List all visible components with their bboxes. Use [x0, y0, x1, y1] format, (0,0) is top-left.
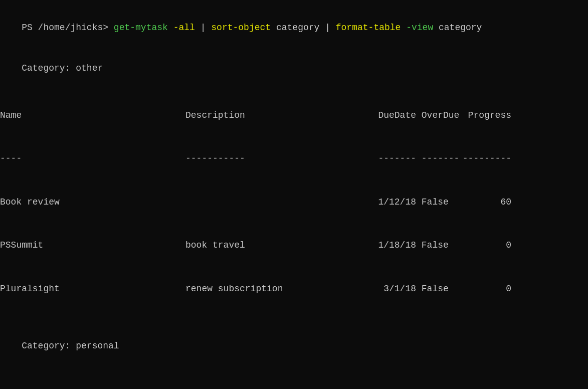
cmd-part1: get-mytask — [114, 23, 168, 33]
col-progress-sep: --------- — [461, 151, 511, 166]
cmd-arg3: category — [433, 23, 482, 33]
section-other: Category: other NameDescriptionDueDate O… — [0, 56, 588, 325]
col-duedate-sep: ------- — [371, 151, 416, 166]
row-name: Book review — [0, 195, 185, 210]
col-desc-label: Description — [185, 108, 371, 123]
prompt-text: PS /home/jhicks> — [22, 23, 114, 33]
terminal-window: PS /home/jhicks> get-mytask -all | sort-… — [0, 5, 588, 389]
table-other: NameDescriptionDueDate OverDueProgress -… — [0, 79, 588, 325]
table-header-other: NameDescriptionDueDate OverDueProgress — [0, 108, 588, 123]
row-duedate: 1/18/18 — [371, 238, 416, 253]
table-row: Pluralsightrenew subscription3/1/18 Fals… — [0, 282, 588, 296]
col-overdue-label: OverDue — [416, 108, 461, 123]
category-header-other: Category: other — [0, 61, 588, 76]
cmd-part2: sort-object — [211, 23, 271, 33]
col-name-label: Name — [0, 386, 185, 389]
col-desc-label: Description — [185, 386, 371, 389]
col-name-sep: ---- — [0, 151, 185, 166]
cmd-part3: format-table — [336, 23, 401, 33]
col-overdue-sep: ------- — [416, 151, 461, 166]
row-desc: book travel — [185, 238, 371, 253]
category-header-personal: Category: personal — [0, 339, 588, 353]
pipe1: | — [195, 23, 211, 33]
col-desc-sep: ----------- — [185, 151, 371, 166]
table-row: PSSummitbook travel1/18/18 False0 — [0, 238, 588, 253]
row-overdue: False — [416, 195, 461, 210]
col-duedate-label: DueDate — [371, 108, 416, 123]
row-desc: renew subscription — [185, 282, 371, 296]
cmd-flag1: -all — [168, 23, 195, 33]
row-progress: 0 — [461, 238, 511, 253]
col-progress-label: Progress — [461, 108, 511, 123]
col-overdue-label: OverDue — [416, 386, 461, 389]
table-personal: NameDescriptionDueDate OverDueProgress -… — [0, 357, 588, 389]
row-name: Pluralsight — [0, 282, 185, 296]
col-duedate-label: DueDate — [371, 386, 416, 389]
section-personal: Category: personal NameDescriptionDueDat… — [0, 330, 588, 389]
table-sep-other: ---------------------- ---------------- — [0, 151, 588, 166]
cmd-flag3: -view — [401, 23, 433, 33]
col-name-label: Name — [0, 108, 185, 123]
row-overdue: False — [416, 238, 461, 253]
col-progress-label: Progress — [461, 386, 511, 389]
table-row: Book review1/12/18 False60 — [0, 195, 588, 210]
row-name: PSSummit — [0, 238, 185, 253]
row-duedate: 1/12/18 — [371, 195, 416, 210]
row-overdue: False — [416, 282, 461, 296]
cmd-arg2: category — [271, 23, 319, 33]
pipe2: | — [319, 23, 335, 33]
table-header-personal: NameDescriptionDueDate OverDueProgress — [0, 386, 588, 389]
row-duedate: 3/1/18 — [371, 282, 416, 296]
command-line: PS /home/jhicks> get-mytask -all | sort-… — [0, 5, 588, 51]
row-progress: 0 — [461, 282, 511, 296]
row-progress: 60 — [461, 195, 511, 210]
